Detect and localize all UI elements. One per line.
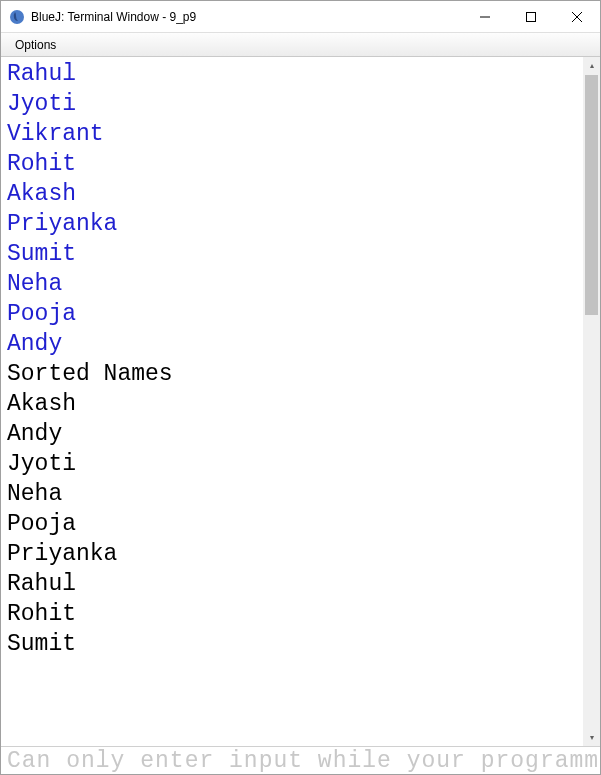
terminal-input-line: Sumit xyxy=(7,239,577,269)
terminal-output-line: Rahul xyxy=(7,569,577,599)
terminal-input-line: Neha xyxy=(7,269,577,299)
terminal-output-line: Priyanka xyxy=(7,539,577,569)
terminal-input-line: Rohit xyxy=(7,149,577,179)
terminal-output-line: Rohit xyxy=(7,599,577,629)
terminal-input-line: Akash xyxy=(7,179,577,209)
terminal-input-line: Andy xyxy=(7,329,577,359)
terminal-output-line: Neha xyxy=(7,479,577,509)
terminal-output-line: Akash xyxy=(7,389,577,419)
terminal-input-line: Rahul xyxy=(7,59,577,89)
terminal-output-line: Sumit xyxy=(7,629,577,659)
menu-options[interactable]: Options xyxy=(7,36,64,54)
window-title: BlueJ: Terminal Window - 9_p9 xyxy=(31,10,462,24)
svg-rect-2 xyxy=(527,12,536,21)
terminal-input-line: Priyanka xyxy=(7,209,577,239)
close-button[interactable] xyxy=(554,1,600,32)
titlebar: BlueJ: Terminal Window - 9_p9 xyxy=(1,1,600,33)
terminal-output-line: Andy xyxy=(7,419,577,449)
terminal-output-line: Pooja xyxy=(7,509,577,539)
terminal-input-line: Jyoti xyxy=(7,89,577,119)
scrollbar-thumb[interactable] xyxy=(585,75,598,315)
status-text: Can only enter input while your programm… xyxy=(7,748,600,774)
bluej-icon xyxy=(9,9,25,25)
terminal-input-line: Pooja xyxy=(7,299,577,329)
scroll-down-arrow[interactable]: ▾ xyxy=(583,729,600,746)
terminal-area: RahulJyotiVikrantRohitAkashPriyankaSumit… xyxy=(1,57,600,746)
status-footer: Can only enter input while your programm… xyxy=(1,746,600,774)
terminal-output-line: Jyoti xyxy=(7,449,577,479)
scrollbar[interactable]: ▴ ▾ xyxy=(583,57,600,746)
svg-point-0 xyxy=(10,10,24,24)
terminal-input-line: Vikrant xyxy=(7,119,577,149)
terminal-window: BlueJ: Terminal Window - 9_p9 Options Ra… xyxy=(0,0,601,775)
terminal-content[interactable]: RahulJyotiVikrantRohitAkashPriyankaSumit… xyxy=(1,57,583,746)
minimize-button[interactable] xyxy=(462,1,508,32)
scroll-up-arrow[interactable]: ▴ xyxy=(583,57,600,74)
maximize-button[interactable] xyxy=(508,1,554,32)
window-controls xyxy=(462,1,600,32)
terminal-output-line: Sorted Names xyxy=(7,359,577,389)
menubar: Options xyxy=(1,33,600,57)
